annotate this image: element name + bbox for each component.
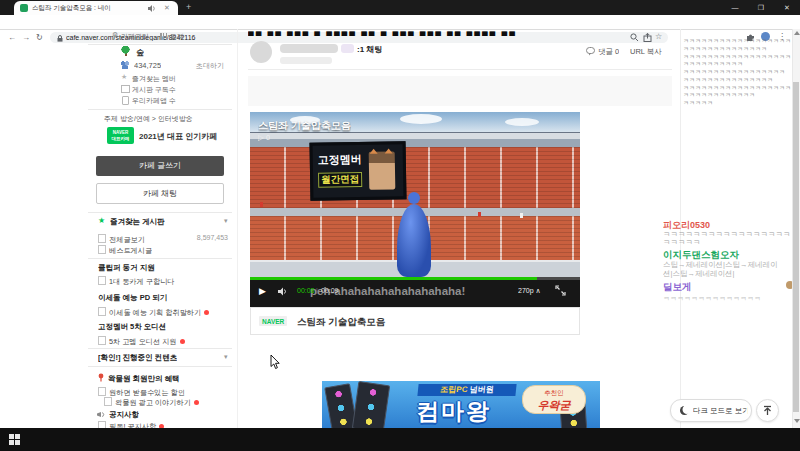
screen-text-1: 고정멤버 (318, 152, 362, 168)
ad-ribbon-rest: 넘버원 (467, 385, 494, 394)
video-view-count: ▷ 0 (258, 133, 270, 142)
ad-banner[interactable]: 조립PC 넘버원 컴마왕 추천인 우왁굳 (322, 381, 600, 428)
scrollbar-thumb[interactable] (793, 82, 799, 412)
forward-icon[interactable]: → (22, 33, 30, 42)
window-close-button[interactable]: ✕ (774, 0, 800, 15)
sidebar-section-clipper[interactable]: 클립퍼 동거 지원 (98, 263, 155, 273)
volume-icon[interactable] (278, 287, 289, 296)
refresh-icon[interactable]: ↻ (36, 33, 43, 42)
cafe-stats-link[interactable]: 통계 (170, 32, 184, 42)
chevron-down-icon[interactable]: ▾ (224, 353, 228, 361)
cafe-manage-link[interactable]: 카페관리 (121, 32, 149, 42)
sidebar-section-benefit[interactable]: 왁물원 회원만의 혜택 (108, 374, 180, 384)
megaphone-icon (97, 411, 106, 419)
sidebar-section-ongoing[interactable]: [확인!] 진행중인 컨텐츠 (98, 353, 177, 363)
stadium-big-screen: 고정멤버 월간면접 (310, 141, 407, 201)
cafe-topic: 주제 방송/연예 > 인터넷방송 (104, 114, 232, 124)
forest-icon (120, 46, 131, 56)
cafe-favicon (20, 4, 28, 12)
divider (237, 29, 238, 428)
divider (88, 258, 232, 259)
tab-close-icon[interactable]: ✕ (164, 4, 170, 12)
doc-icon (98, 336, 106, 345)
window-maximize-button[interactable]: ❐ (748, 0, 774, 15)
scrollbar-down-arrow[interactable] (794, 419, 800, 423)
board-icon (121, 85, 130, 93)
sidebar-section-gomem[interactable]: 고정멤버 5차 오디션 (98, 322, 166, 332)
quality-selector[interactable]: 270p ∧ (518, 287, 541, 295)
play-button[interactable]: ▶ (259, 286, 266, 296)
doc-icon (104, 397, 112, 406)
all-posts-count: 8,597,453 (197, 234, 228, 241)
cafe-chat-button[interactable]: 카페 채팅 (96, 183, 224, 204)
video-caption-title[interactable]: 스팀좌 기술압축모음 (297, 316, 567, 329)
fullscreen-icon[interactable] (555, 285, 566, 296)
chat-spam-row: ㅋㅋㅋㅋㅋㅋㅋㅋㅋㅋㅋㅋㅋㅋ (663, 294, 798, 304)
chevron-down-icon[interactable]: ▾ (224, 217, 228, 225)
member-count: 434,725 (134, 61, 161, 70)
windows-taskbar: 검색하려면 여기에 입력하십시 V ∧ 오전 2:44 2022-11-14 (0, 428, 800, 451)
back-icon[interactable]: ← (8, 33, 16, 42)
ad-title: 컴마왕 (416, 396, 520, 427)
video-caption-box[interactable]: NAVER 스팀좌 기술압축모음 (250, 307, 580, 335)
video-player[interactable]: 고정멤버 월간면접 스팀좌 기술압축모음 ▷ 0 peh-ahahahahaha… (250, 112, 580, 307)
comment-icon (586, 47, 595, 56)
window-minimize-button[interactable]: — (722, 0, 748, 15)
chat-spam-row: ㅋㅋㅋㅋㅋㅋㅋㅋㅋㅋㅋㅋㅋㅋㅋㅋㅋㅋ (683, 38, 798, 45)
audience-dot (520, 213, 523, 218)
rep-badge-line2: 대표카페 (107, 136, 134, 142)
post-date-censored (280, 57, 332, 64)
sidebar-item-gomem[interactable]: 5차 고멤 오디션 지원 (98, 336, 185, 347)
new-tab-button[interactable]: + (186, 2, 191, 12)
cafe-name[interactable]: 숲 (136, 47, 144, 58)
gear-icon: ⚙ (112, 31, 118, 39)
moon-icon (680, 406, 689, 415)
video-screen[interactable]: 고정멤버 월간면접 스팀좌 기술압축모음 ▷ 0 (250, 112, 580, 277)
browser-tab[interactable]: 스팀좌 기술압축모음 : 네이 ✕ (14, 1, 178, 15)
sidebar-item-best-posts[interactable]: 베스트게시글 (98, 245, 152, 256)
sidebar-section-notice[interactable]: 공지사항 (109, 410, 139, 420)
cafe-write-button[interactable]: 카페 글쓰기 (96, 156, 224, 176)
url-copy-button[interactable]: URL 복사 (630, 47, 662, 57)
mouse-cursor (270, 355, 281, 370)
fav-boards-header[interactable]: 즐겨찾는 게시판 (110, 217, 165, 227)
comments-count[interactable]: 댓글 0 (598, 47, 619, 57)
scrollbar-up-arrow[interactable] (794, 31, 800, 35)
blue-figure-head (408, 192, 420, 204)
divider (248, 69, 672, 70)
sidebar-item-all-posts[interactable]: 전체글보기 (98, 234, 145, 245)
bookmark-star-icon[interactable]: ☆ (655, 32, 662, 41)
scroll-to-top-button[interactable] (756, 399, 779, 422)
doc-icon (98, 245, 106, 254)
windows-start-icon[interactable] (9, 434, 20, 445)
divider (88, 348, 232, 349)
chat-spam-row: ㅋㅋㅋㅋㅋㅋㅋㅋㅋㅋ (683, 61, 798, 68)
chat-spam-row: ㅋㅋㅋㅋㅋㅋㅋㅋㅋㅋㅋㅋㅋㅋ (683, 46, 798, 53)
divider (88, 44, 232, 45)
chat-username[interactable]: 딜보게 (663, 281, 773, 294)
dark-mode-button[interactable]: 다크 모드로 보기 (670, 399, 752, 422)
video-overlay-title: 스팀좌 기술압축모음 (258, 119, 351, 133)
sidebar-item-isedol[interactable]: 이세돌 예능 기획 합취말하기 (98, 307, 209, 318)
author-avatar[interactable] (250, 41, 272, 63)
divider (88, 212, 232, 213)
face-ear (370, 149, 378, 154)
doc-icon (98, 234, 106, 243)
post-title-censored: ▄▄ ▄▄ ▄▄▄ ▄ ▄▄▄▄ ▄▄ ▄ ▄▄▄ ▄▄▄ ▄▄ ▄▄▄▄ ▄▄ (248, 28, 652, 36)
ad-ribbon: 조립PC 넘버원 (417, 384, 516, 396)
pc-tower (352, 381, 390, 428)
chat-spam-row: ㅋㅋㅋㅋㅋㅋㅋㅋㅋㅋㅋㅋㅋㅋㅋㅋㅋㅋ (683, 85, 798, 92)
face-ear (385, 148, 393, 153)
sidebar-section-isedol[interactable]: 이세돌 예능 PD 되기 (98, 293, 167, 303)
members-icon (120, 61, 130, 69)
author-name-censored (280, 44, 338, 53)
chat-spam-row: ㅋㅋㅋㅋㅋㅋㅋㅋㅋㅋㅋㅋㅋㅋㅋ (683, 77, 798, 84)
cafe-app-label: 우리카페앱 수 (132, 96, 176, 106)
chat-badge[interactable]: :1 채팅 (357, 44, 382, 55)
total-time: 00:09 (321, 287, 339, 294)
sidebar-item-clipper[interactable]: 1대 동카게 구합니다 (98, 276, 175, 287)
sidebar-item-cafe-ad[interactable]: 왁물원 광고 이야기하기 (104, 397, 199, 408)
audience-dot (260, 202, 263, 207)
ad-referral-badge: 추천인 우왁굳 (522, 385, 586, 414)
new-badge (204, 310, 209, 315)
